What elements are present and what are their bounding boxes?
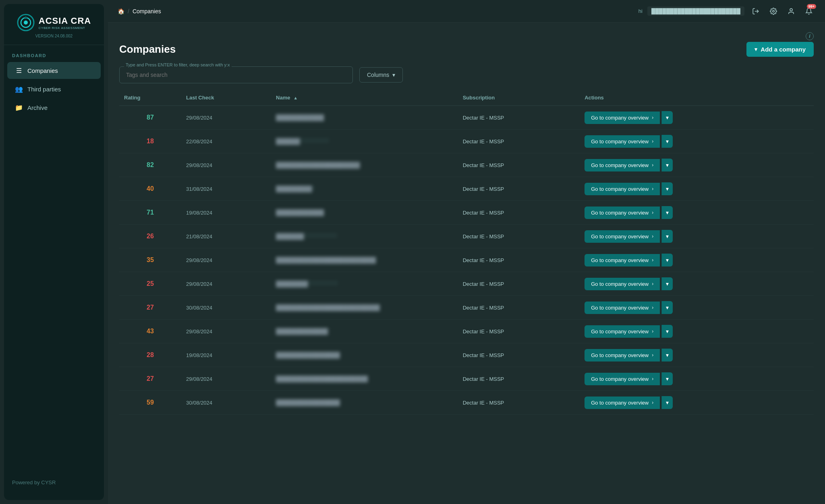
- goto-label: Go to company overview: [591, 328, 649, 335]
- goto-dropdown-button[interactable]: ▾: [661, 325, 673, 338]
- list-icon: ☰: [15, 67, 23, 74]
- goto-dropdown-button[interactable]: ▾: [661, 182, 673, 195]
- date-cell: 29/08/2024: [181, 272, 271, 296]
- name-cell: █████████: [271, 177, 458, 201]
- goto-company-button[interactable]: Go to company overview ›: [585, 159, 660, 171]
- goto-dropdown-button[interactable]: ▾: [661, 159, 673, 171]
- dropdown-chevron-icon: ▾: [666, 209, 669, 216]
- col-name[interactable]: Name ▲: [271, 91, 458, 106]
- content-area: i Companies ▾ Add a company Type and Pre…: [108, 23, 825, 504]
- companies-table-container: Rating Last Check Name ▲ Subscription Ac…: [119, 91, 814, 415]
- goto-label: Go to company overview: [591, 210, 649, 216]
- actions-cell: Go to company overview ›▾: [580, 225, 814, 248]
- subscription-cell: Dectar IE - MSSP: [458, 296, 580, 320]
- col-last-check: Last Check: [181, 91, 271, 106]
- subscription-cell: Dectar IE - MSSP: [458, 201, 580, 225]
- actions-cell: Go to company overview ›▾: [580, 343, 814, 367]
- add-chevron-icon: ▾: [755, 46, 757, 52]
- subscription-cell: Dectar IE - MSSP: [458, 343, 580, 367]
- goto-company-button[interactable]: Go to company overview ›: [585, 278, 660, 290]
- add-company-button[interactable]: ▾ Add a company: [746, 42, 814, 57]
- goto-dropdown-button[interactable]: ▾: [661, 277, 673, 290]
- info-icon[interactable]: i: [806, 32, 814, 40]
- goto-label: Go to company overview: [591, 376, 649, 382]
- topbar: 🏠 / Companies hi ███████████████████████…: [108, 0, 825, 23]
- goto-company-button[interactable]: Go to company overview ›: [585, 207, 660, 219]
- sidebar-item-archive[interactable]: 📁 Archive: [7, 99, 101, 116]
- goto-company-button[interactable]: Go to company overview ›: [585, 302, 660, 314]
- table-row: 7119/08/2024████████████Dectar IE - MSSP…: [119, 201, 814, 225]
- goto-dropdown-button[interactable]: ▾: [661, 301, 673, 314]
- goto-company-button[interactable]: Go to company overview ›: [585, 230, 660, 243]
- table-row: 8729/08/2024████████████Dectar IE - MSSP…: [119, 106, 814, 130]
- goto-company-button[interactable]: Go to company overview ›: [585, 349, 660, 361]
- goto-chevron-icon: ›: [652, 328, 653, 334]
- main-area: 🏠 / Companies hi ███████████████████████…: [108, 0, 825, 504]
- subscription-cell: Dectar IE - MSSP: [458, 320, 580, 343]
- rating-cell: 18: [119, 130, 181, 153]
- goto-company-button[interactable]: Go to company overview ›: [585, 254, 660, 266]
- sort-icon: ▲: [293, 95, 298, 100]
- goto-chevron-icon: ›: [652, 352, 653, 358]
- goto-dropdown-button[interactable]: ▾: [661, 230, 673, 243]
- goto-dropdown-button[interactable]: ▾: [661, 254, 673, 266]
- goto-dropdown-button[interactable]: ▾: [661, 372, 673, 385]
- rating-cell: 87: [119, 106, 181, 130]
- actions-cell: Go to company overview ›▾: [580, 248, 814, 272]
- sidebar-item-companies-label: Companies: [27, 67, 58, 74]
- goto-company-button[interactable]: Go to company overview ›: [585, 373, 660, 385]
- goto-company-button[interactable]: Go to company overview ›: [585, 135, 660, 148]
- goto-company-button[interactable]: Go to company overview ›: [585, 397, 660, 409]
- actions-cell: Go to company overview ›▾: [580, 296, 814, 319]
- rating-cell: 27: [119, 367, 181, 391]
- rating-cell: 59: [119, 391, 181, 415]
- table-row: 8229/08/2024█████████████████████Dectar …: [119, 153, 814, 177]
- subscription-cell: Dectar IE - MSSP: [458, 391, 580, 415]
- date-cell: 29/08/2024: [181, 106, 271, 130]
- app-name: ACSIA CRA: [39, 16, 91, 26]
- goto-label: Go to company overview: [591, 352, 649, 358]
- content-header: Companies ▾ Add a company: [119, 42, 814, 57]
- table-header: Rating Last Check Name ▲ Subscription Ac…: [119, 91, 814, 106]
- goto-dropdown-button[interactable]: ▾: [661, 135, 673, 148]
- goto-dropdown-button[interactable]: ▾: [661, 396, 673, 409]
- table-row: 2621/08/2024███████Dectar IE - MSSPGo to…: [119, 225, 814, 248]
- sidebar-section-label: DASHBOARD: [4, 45, 104, 61]
- goto-dropdown-button[interactable]: ▾: [661, 349, 673, 361]
- goto-chevron-icon: ›: [652, 233, 653, 239]
- goto-company-button[interactable]: Go to company overview ›: [585, 112, 660, 124]
- settings-button[interactable]: [767, 5, 780, 18]
- col-rating: Rating: [119, 91, 181, 106]
- notification-button[interactable]: 99+: [802, 5, 815, 18]
- companies-table: Rating Last Check Name ▲ Subscription Ac…: [119, 91, 814, 415]
- subscription-cell: Dectar IE - MSSP: [458, 130, 580, 153]
- app-version: VERSION 24.08.002: [35, 34, 73, 38]
- actions-cell: Go to company overview ›▾: [580, 130, 814, 153]
- goto-dropdown-button[interactable]: ▾: [661, 206, 673, 219]
- rating-cell: 28: [119, 343, 181, 367]
- search-input[interactable]: [119, 66, 353, 83]
- svg-point-5: [773, 10, 775, 12]
- name-cell: ███████████████████████: [271, 367, 458, 391]
- goto-company-button[interactable]: Go to company overview ›: [585, 183, 660, 195]
- dropdown-chevron-icon: ▾: [666, 162, 669, 168]
- rating-cell: 71: [119, 201, 181, 225]
- profile-button[interactable]: [785, 5, 798, 18]
- rating-cell: 40: [119, 177, 181, 201]
- page-title: Companies: [119, 43, 176, 56]
- goto-chevron-icon: ›: [652, 257, 653, 263]
- columns-button[interactable]: Columns ▾: [359, 67, 403, 83]
- goto-dropdown-button[interactable]: ▾: [661, 111, 673, 124]
- goto-company-button[interactable]: Go to company overview ›: [585, 325, 660, 338]
- notification-badge: 99+: [807, 4, 816, 9]
- goto-chevron-icon: ›: [652, 138, 653, 144]
- home-icon[interactable]: 🏠: [118, 8, 124, 14]
- actions-cell: Go to company overview ›▾: [580, 106, 814, 129]
- sidebar-item-third-parties[interactable]: 👥 Third parties: [7, 81, 101, 97]
- logout-button[interactable]: [749, 5, 762, 18]
- col-actions: Actions: [580, 91, 814, 106]
- dropdown-chevron-icon: ▾: [666, 328, 669, 335]
- goto-label: Go to company overview: [591, 400, 649, 406]
- goto-label: Go to company overview: [591, 162, 649, 168]
- sidebar-item-companies[interactable]: ☰ Companies: [7, 62, 101, 79]
